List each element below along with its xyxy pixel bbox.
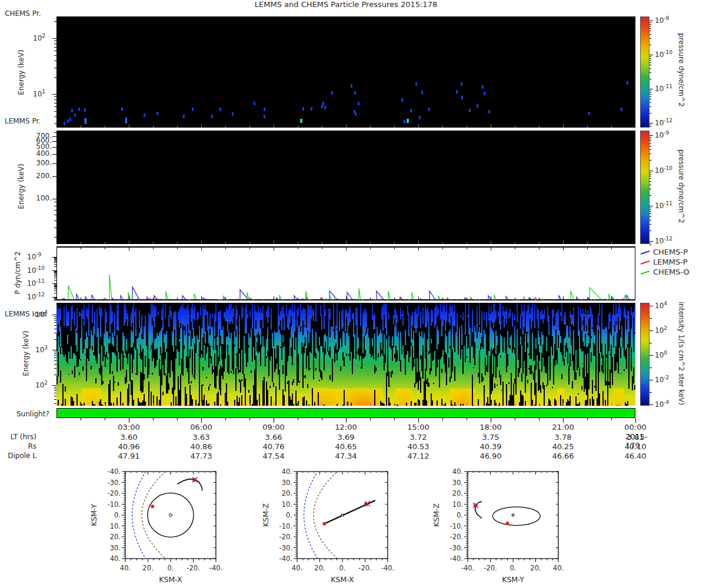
legend-label: CHEMS-P xyxy=(653,248,688,256)
lemms-colorbar-tick-label: 10-12 xyxy=(655,236,672,245)
lemms-colorbar-logminor xyxy=(650,208,651,208)
pressure-bottom-time-tick xyxy=(201,296,202,299)
lemms-minor-tick xyxy=(54,220,56,221)
panel-inner-time-tick xyxy=(81,403,81,406)
svg-text:-20.: -20. xyxy=(187,564,199,572)
legend-swatch-chems-o xyxy=(640,269,651,276)
legend-label: LEMMS-P xyxy=(653,258,688,266)
panel-inner-time-tick xyxy=(394,125,395,128)
pressure-top-time-tick xyxy=(587,248,588,249)
ions-minor-tick xyxy=(54,387,56,387)
lemms-colorbar-tick-label: 10-11 xyxy=(655,201,672,210)
chems-colorbar-logminor xyxy=(650,34,651,35)
time-tick-label: 09:00 xyxy=(262,423,284,432)
svg-text:0.: 0. xyxy=(114,511,121,519)
lemms-colorbar-logminor xyxy=(650,220,651,220)
ions-colorbar-major-tick xyxy=(650,380,653,380)
time-axis-tick xyxy=(346,418,347,423)
ephemeris-value: 40.65 xyxy=(335,442,357,451)
svg-text:-10.: -10. xyxy=(108,500,121,509)
svg-text:20.: 20. xyxy=(282,489,292,497)
panel-inner-time-tick xyxy=(105,403,105,406)
chems-colorbar-tick-label: 10-10 xyxy=(655,49,672,59)
lemms-major-tick xyxy=(52,136,56,137)
ephemeris-value: 40.76 xyxy=(262,442,284,451)
pressure-bottom-time-tick xyxy=(225,298,226,299)
lemms-minor-tick xyxy=(54,132,56,133)
ephemeris-value: 40.86 xyxy=(190,442,212,451)
lemms-colorbar-logminor xyxy=(650,146,651,146)
pressure-minor-tick xyxy=(54,260,56,260)
panel-inner-time-tick xyxy=(515,125,515,128)
lemms-colorbar xyxy=(640,131,650,244)
chems-minor-tick xyxy=(54,55,56,56)
pressure-top-time-tick xyxy=(322,248,322,249)
ions-colorbar-minor-tick xyxy=(650,318,652,319)
chems-colorbar-logminor xyxy=(650,38,651,39)
lemms-minor-tick xyxy=(54,215,56,215)
panel-inner-time-tick xyxy=(274,240,274,244)
lemms-colorbar-logminor xyxy=(650,176,651,176)
ions-minor-tick xyxy=(54,375,56,375)
chems-minor-tick xyxy=(54,77,56,78)
ions-minor-tick xyxy=(54,329,56,329)
chems-minor-tick xyxy=(54,68,56,68)
svg-text:-30.: -30. xyxy=(108,479,121,487)
chems-colorbar-logminor xyxy=(650,45,651,45)
ephemeris-value: 47.91 xyxy=(118,452,139,460)
lemms-colorbar-logminor xyxy=(650,178,651,179)
pressure-top-time-tick xyxy=(539,248,540,249)
ions-minor-tick xyxy=(54,316,56,317)
chems-minor-tick xyxy=(54,123,56,124)
sunlight-label: Sunlight? xyxy=(16,410,49,418)
pressure-bottom-time-tick xyxy=(418,296,419,299)
panel-inner-time-tick xyxy=(418,402,419,406)
pressure-top-time-tick xyxy=(515,248,515,249)
chems-colorbar-logminor xyxy=(650,113,651,113)
chems-minor-tick xyxy=(54,116,56,117)
pressure-minor-tick xyxy=(54,262,56,263)
pressure-top-time-tick xyxy=(274,248,274,250)
lemms-colorbar-logminor xyxy=(650,189,651,189)
svg-text:KSM-Y: KSM-Y xyxy=(89,504,98,526)
panel-inner-time-tick xyxy=(467,125,467,128)
pressure-minor-tick xyxy=(54,286,56,286)
chems-colorbar-logminor xyxy=(650,62,651,63)
ions-ytick-label: 102 xyxy=(35,380,48,389)
legend-swatch-lemms-p xyxy=(640,259,651,266)
panel-inner-time-tick xyxy=(611,403,612,406)
ephemeris-value: 47.34 xyxy=(335,452,357,460)
ephemeris-value: 3.60 xyxy=(121,433,138,442)
svg-text:20.: 20. xyxy=(452,489,463,497)
chems-colorbar-label: pressure dyne/cm^2 xyxy=(677,26,685,114)
ephemeris-value: 47.73 xyxy=(190,452,212,460)
svg-text:-40.: -40. xyxy=(108,467,121,476)
time-axis-tick xyxy=(153,418,154,420)
ions-minor-tick xyxy=(54,318,56,319)
panel-inner-time-tick xyxy=(81,242,81,244)
pressure-minor-tick xyxy=(54,264,56,265)
lemms-colorbar-major-tick xyxy=(650,241,653,242)
ions-minor-tick xyxy=(54,339,56,340)
panel-inner-time-tick xyxy=(129,402,129,406)
time-tick-label: 18:00 xyxy=(479,423,501,432)
panel-inner-time-tick xyxy=(201,240,202,244)
svg-text:KSM-X: KSM-X xyxy=(159,575,182,584)
chems-y-axis-label: Energy (keV) xyxy=(17,37,25,108)
time-axis-tick xyxy=(611,418,612,420)
time-tick-label: 06:00 xyxy=(190,423,212,432)
pressure-minor-tick xyxy=(54,290,56,291)
ions-y-axis-label: Energy (keV) xyxy=(22,318,30,389)
svg-text:KSM-Z: KSM-Z xyxy=(432,503,441,527)
time-axis-tick xyxy=(201,418,202,423)
panel-inner-time-tick xyxy=(129,124,129,128)
ions-minor-tick xyxy=(54,399,56,400)
svg-text:-20.: -20. xyxy=(108,489,121,497)
chems-minor-tick xyxy=(54,47,56,48)
ions-minor-tick xyxy=(54,403,56,404)
time-axis-tick xyxy=(394,418,395,420)
chems-colorbar-logminor xyxy=(650,26,651,26)
pressure-bottom-time-tick xyxy=(129,296,129,299)
ions-minor-tick xyxy=(54,320,56,320)
svg-text:30.: 30. xyxy=(282,479,292,487)
